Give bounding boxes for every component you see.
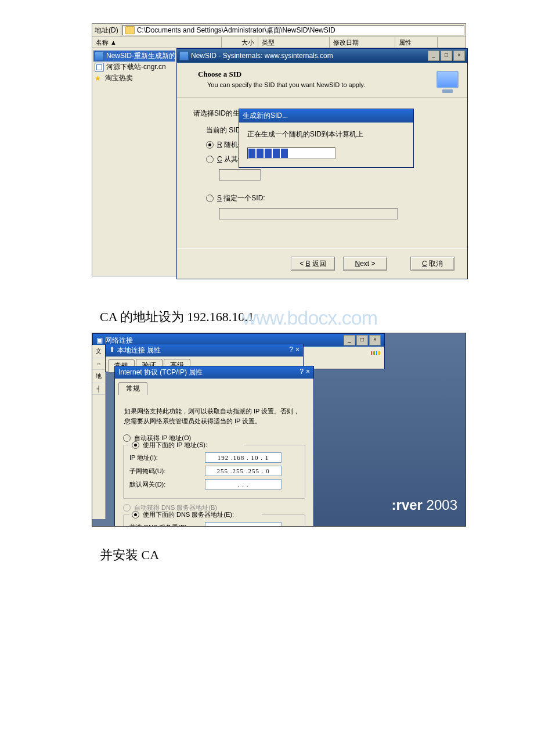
watermark: www.bdocx.com [242, 307, 377, 329]
radio-use-ip[interactable]: 使用下面的 IP 地址(S): [129, 441, 244, 449]
header-subtitle: You can specify the SID that you want Ne… [198, 81, 423, 88]
tcpip-description: 如果网络支持此功能，则可以获取自动指派的 IP 设置。否则，您需要从网络系统管理… [124, 406, 304, 426]
radio-icon [206, 141, 214, 149]
dialog-title: 本地连接 属性 [117, 345, 161, 355]
ip-address-input[interactable]: 192 .168 . 10 . 1 [205, 452, 282, 463]
subnet-mask-input[interactable]: 255 .255 .255 . 0 [205, 466, 282, 476]
radio-use-dns[interactable]: 使用下面的 DNS 服务器地址(E): [129, 510, 262, 519]
computer-icon [436, 71, 459, 94]
file-name: 河源下载站-cngr.cn [106, 62, 166, 72]
tab-general[interactable]: 常规 [118, 382, 147, 395]
progress-title: 生成新的SID... [239, 109, 413, 123]
label-dns1: 首选 DNS 服务器(P): [129, 523, 205, 527]
folder-icon [125, 26, 135, 34]
newsid-dialog: NewSID - Sysinternals: www.sysinternals.… [176, 48, 468, 279]
app-icon [95, 52, 104, 61]
radio-specify[interactable]: S 指定一个SID: [193, 191, 451, 206]
progress-message: 正在生成一个随机的SID到本计算机上 [247, 129, 405, 139]
caption-ca-address: CA 的地址设为 192.168.10.1 www.bdocx.com [100, 303, 534, 326]
file-list: NewSID-重新生成新的 河源下载站-cngr.cn ★ 淘宝热卖 [92, 48, 176, 276]
app-icon [179, 51, 189, 60]
dialog-title: NewSID - Sysinternals: www.sysinternals.… [179, 51, 428, 60]
explorer-window: 地址(D) C:\Documents and Settings\Administ… [92, 23, 466, 276]
progress-bar [247, 147, 335, 159]
close-button[interactable]: × [306, 368, 310, 377]
specify-sid-input[interactable] [219, 208, 398, 219]
server-brand: :rver erver 20032003 [392, 497, 457, 513]
minimize-button[interactable]: _ [344, 335, 355, 345]
label-gateway: 默认网关(D): [129, 480, 205, 489]
radio-icon [206, 156, 214, 163]
maximize-button[interactable]: □ [441, 51, 452, 61]
progress-dialog: 生成新的SID... 正在生成一个随机的SID到本计算机上 [239, 109, 414, 168]
file-item-newsid[interactable]: NewSID-重新生成新的 [93, 51, 175, 62]
windows-logo-icon [370, 351, 381, 359]
col-attr[interactable]: 属性 [395, 37, 438, 48]
next-button[interactable]: Next > [343, 257, 387, 271]
tcpip-properties-dialog: Internet 协议 (TCP/IP) 属性 ? × 常规 如果网络支持此功能… [114, 366, 314, 527]
caption-install-ca: 并安装 CA [100, 546, 534, 564]
col-type[interactable]: 类型 [258, 37, 330, 48]
label-mask: 子网掩码(U): [129, 467, 205, 476]
maximize-button[interactable]: □ [356, 335, 368, 345]
desktop-screenshot: :rver erver 20032003 ▣ 网络连接 _ □ × → 转到 文… [92, 333, 466, 527]
dns1-input[interactable]: . . . [205, 522, 282, 527]
file-name: NewSID-重新生成新的 [106, 51, 175, 61]
explorer-sidebar: 文 ○ 地 ┤ [92, 345, 106, 519]
col-date[interactable]: 修改日期 [330, 37, 395, 48]
file-item-taobao[interactable]: ★ 淘宝热卖 [93, 73, 175, 84]
back-button[interactable]: < B 返回 [291, 257, 335, 271]
header-title: Choose a SID [198, 70, 423, 79]
address-label: 地址(D) [92, 24, 121, 37]
col-size[interactable]: 大小 [222, 37, 258, 48]
radio-icon [206, 195, 214, 202]
label-ip: IP 地址(I): [129, 453, 205, 462]
address-path-text: C:\Documents and Settings\Administrator\… [137, 26, 335, 35]
dialog-title: Internet 协议 (TCP/IP) 属性 [118, 368, 203, 377]
help-button[interactable]: ? [289, 345, 293, 355]
favorite-icon: ★ [95, 74, 103, 82]
cancel-button[interactable]: C 取消 [410, 257, 454, 271]
col-name[interactable]: 名称 ▲ [92, 37, 222, 48]
close-button[interactable]: × [369, 335, 381, 345]
file-name: 淘宝热卖 [105, 73, 133, 83]
close-button[interactable]: × [295, 345, 300, 355]
gateway-input[interactable]: . . . [205, 479, 282, 489]
html-icon [95, 63, 104, 72]
help-button[interactable]: ? [300, 368, 304, 377]
close-button[interactable]: × [453, 51, 465, 61]
file-item-cngr[interactable]: 河源下载站-cngr.cn [93, 62, 175, 73]
address-bar[interactable]: C:\Documents and Settings\Administrator\… [122, 25, 464, 35]
minimize-button[interactable]: _ [428, 51, 439, 61]
window-icon: ▣ [96, 336, 103, 344]
copy-source-input[interactable] [219, 169, 261, 181]
